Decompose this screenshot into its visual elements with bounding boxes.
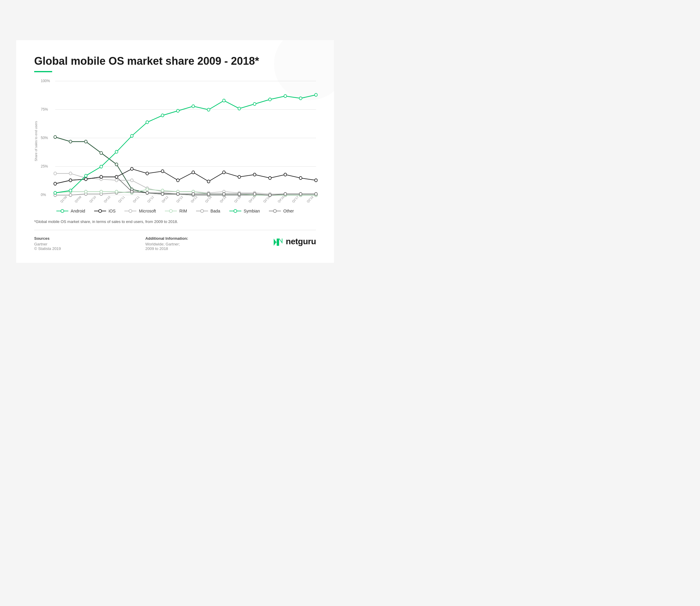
svg-point-129 (61, 209, 64, 212)
legend-label-symbian: Symbian (244, 209, 260, 213)
svg-point-102 (207, 180, 210, 183)
legend-item-rim: RIM (165, 209, 187, 213)
source-line-2: © Statista 2019 (34, 246, 61, 251)
legend-label-rim: RIM (179, 209, 187, 213)
legend-label-microsoft: Microsoft (139, 209, 156, 213)
legend-label-other: Other (283, 209, 294, 213)
logo: netguru (272, 236, 316, 247)
grid-label-25: 25% (41, 164, 48, 168)
svg-point-83 (192, 192, 195, 195)
svg-point-110 (54, 191, 57, 194)
svg-point-115 (130, 134, 133, 137)
svg-point-112 (85, 174, 87, 177)
sources-title: Sources (34, 236, 61, 241)
y-axis-label: Share of sales to end users (34, 81, 38, 202)
svg-point-79 (130, 190, 133, 193)
svg-point-106 (269, 177, 271, 180)
svg-point-114 (115, 150, 118, 154)
chart-wrapper: 100% 75% 50% 25% 0% Q (40, 81, 316, 202)
svg-point-6 (115, 163, 118, 166)
svg-point-99 (161, 170, 164, 172)
legend-item-other: Other (269, 209, 294, 213)
svg-point-94 (85, 178, 87, 181)
svg-point-98 (146, 172, 149, 175)
svg-point-2 (54, 136, 57, 138)
legend-item-symbian: Symbian (229, 209, 260, 213)
svg-point-84 (207, 192, 210, 195)
svg-point-116 (146, 121, 149, 124)
x-axis-labels: Q1'09Q3'09Q2'10Q4'10Q2'11Q4'11Q2'12Q4'12… (55, 198, 316, 202)
svg-point-135 (170, 209, 172, 212)
svg-point-123 (253, 102, 256, 106)
svg-point-58 (85, 190, 87, 193)
svg-point-80 (146, 191, 149, 194)
footnote: *Global mobile OS market share, in terms… (34, 219, 316, 230)
additional-info-line-2: 2009 to 2018 (145, 246, 188, 251)
legend-item-ios: iOS (94, 209, 115, 213)
additional-info-line-1: Worldwide; Gartner; (145, 242, 188, 246)
page-title: Global mobile OS market share 2009 - 201… (34, 54, 316, 67)
grid-label-100: 100% (41, 79, 50, 83)
footer: Sources Gartner © Statista 2019 Addition… (34, 236, 316, 251)
svg-point-25 (130, 179, 133, 182)
svg-point-117 (161, 114, 164, 117)
title-underline (34, 71, 52, 72)
svg-point-59 (100, 190, 103, 193)
svg-point-124 (269, 98, 271, 101)
logo-icon (272, 236, 283, 247)
svg-point-81 (161, 192, 164, 195)
chart-inner: 100% 75% 50% 25% 0% (55, 81, 316, 195)
svg-point-95 (100, 175, 103, 178)
svg-point-133 (129, 209, 132, 212)
legend-item-android: Android (57, 209, 85, 213)
legend: AndroidiOSMicrosoftRIMBadaSymbianOther (34, 209, 316, 213)
svg-point-92 (54, 182, 57, 185)
sources: Sources Gartner © Statista 2019 (34, 236, 61, 251)
svg-point-118 (177, 109, 179, 112)
svg-point-119 (192, 105, 195, 108)
svg-point-63 (161, 189, 164, 192)
additional-info-title: Additional Information: (145, 236, 188, 241)
svg-point-96 (115, 175, 118, 178)
grid-label-0: 0% (41, 193, 46, 197)
additional-info: Additional Information: Worldwide; Gartn… (145, 236, 188, 251)
svg-point-62 (146, 188, 149, 191)
svg-point-20 (54, 172, 57, 175)
svg-point-109 (314, 179, 317, 182)
card: Global mobile OS market share 2009 - 201… (16, 40, 334, 263)
svg-point-125 (284, 94, 287, 97)
svg-point-82 (177, 192, 179, 195)
svg-point-126 (299, 97, 302, 100)
svg-point-101 (192, 171, 195, 174)
svg-point-139 (234, 209, 237, 212)
svg-point-131 (99, 209, 101, 212)
source-line-1: Gartner (34, 242, 61, 246)
svg-point-111 (69, 189, 72, 192)
svg-point-21 (69, 172, 72, 175)
svg-point-141 (273, 209, 276, 212)
svg-point-137 (201, 209, 204, 212)
svg-point-5 (100, 152, 103, 154)
logo-text: netguru (286, 237, 316, 246)
grid-label-75: 75% (41, 107, 48, 112)
svg-point-103 (222, 171, 225, 174)
svg-point-108 (299, 177, 302, 180)
svg-point-120 (207, 108, 210, 111)
legend-item-microsoft: Microsoft (125, 209, 156, 213)
svg-point-121 (222, 99, 225, 102)
svg-point-127 (314, 94, 317, 96)
svg-point-97 (130, 167, 133, 170)
svg-point-113 (100, 165, 103, 168)
legend-item-bada: Bada (196, 209, 220, 213)
legend-label-bada: Bada (210, 209, 220, 213)
svg-point-104 (238, 175, 241, 178)
svg-point-3 (69, 140, 72, 143)
svg-point-93 (69, 179, 72, 182)
svg-point-107 (284, 173, 287, 176)
svg-point-122 (238, 107, 241, 110)
grid-label-50: 50% (41, 136, 48, 140)
svg-point-60 (115, 190, 118, 193)
svg-point-100 (177, 179, 179, 182)
legend-label-android: Android (71, 209, 85, 213)
chart-area: Share of sales to end users 100% 75% 50%… (34, 81, 316, 202)
